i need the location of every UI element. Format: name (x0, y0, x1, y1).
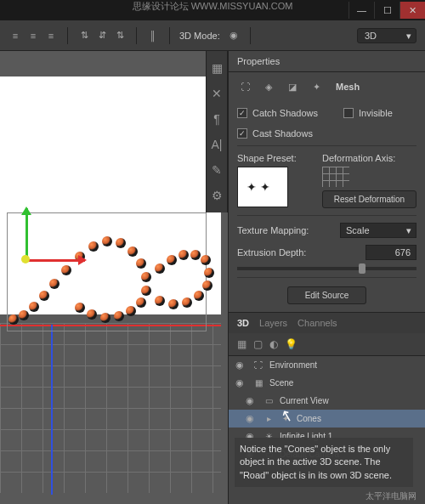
texture-mapping-label: Texture Mapping: (237, 225, 309, 235)
environment-icon: ⛶ (252, 360, 264, 370)
visibility-icon[interactable]: ◉ (246, 413, 258, 424)
tab-3d[interactable]: 3D (237, 318, 249, 328)
filter-scene-icon[interactable]: ▦ (237, 338, 246, 350)
distribute-spacing-icon[interactable]: ║ (146, 29, 160, 42)
visibility-icon[interactable]: ◉ (246, 395, 258, 406)
options-bar: ≡ ≡ ≡ ⇅ ⇵ ⇅ ║ 3D Mode: ◉ 3D (0, 20, 425, 51)
viewport[interactable] (0, 51, 228, 504)
distribute-icon-3[interactable]: ⇅ (113, 29, 127, 42)
invisible-checkbox[interactable] (343, 108, 354, 118)
filter-row: ▦ ▢ ◐ 💡 (229, 333, 425, 356)
ground-plane-grid (0, 323, 221, 493)
extrusion-depth-field[interactable]: 676 (366, 245, 416, 260)
watermark-bottom: 太平洋电脑网 (366, 490, 416, 502)
extrusion-depth-slider[interactable] (237, 267, 416, 270)
deformation-axis-grid[interactable] (322, 167, 349, 187)
properties-panel: ⛶ ◈ ◪ ✦ Mesh Catch Shadows Invisible Cas… (229, 72, 425, 312)
text-icon[interactable]: A| (212, 138, 223, 151)
align-right-icon[interactable]: ≡ (44, 29, 58, 42)
distribute-icon-1[interactable]: ⇅ (77, 29, 91, 42)
mesh-label: Mesh (336, 82, 360, 92)
visibility-icon[interactable]: ◉ (235, 360, 247, 371)
mode-dropdown[interactable]: 3D (357, 28, 416, 43)
layer-label: Scene (269, 378, 293, 388)
cast-shadows-checkbox[interactable] (237, 128, 247, 139)
annotation-text: Notice the "Cones" object is the only ob… (235, 438, 413, 487)
gizmo-y-axis[interactable] (26, 208, 28, 259)
swatches-icon[interactable]: ▦ (212, 61, 223, 75)
cap-icon[interactable]: ◪ (285, 79, 300, 94)
extrusion-depth-label: Extrusion Depth: (237, 247, 306, 258)
layer-label: Current View (280, 396, 329, 405)
gizmo-center[interactable] (21, 255, 30, 263)
puppet-icon[interactable]: ⚙ (212, 189, 223, 202)
tab-channels[interactable]: Channels (298, 318, 337, 328)
layer-label: Environment (269, 360, 317, 370)
expand-arrow-icon[interactable]: ▸ (263, 414, 275, 423)
tab-layers[interactable]: Layers (259, 318, 287, 328)
layer-current-view[interactable]: ◉ ▭ Current View (229, 392, 425, 410)
deform-icon[interactable]: ◈ (261, 79, 276, 94)
mode-label: 3D Mode: (179, 31, 220, 41)
align-left-icon[interactable]: ≡ (8, 29, 22, 42)
layer-cones[interactable]: ◉ ▸ ✦ Cones (229, 410, 425, 428)
watermark-top: 思缘设计论坛 WWW.MISSYUAN.COM (0, 0, 425, 13)
mode-preview-icon[interactable]: ◉ (227, 29, 241, 42)
distribute-icon-2[interactable]: ⇵ (95, 29, 109, 42)
catch-shadows-checkbox[interactable] (237, 108, 247, 118)
cast-shadows-label: Cast Shadows (252, 128, 313, 139)
deformation-axis-label: Deformation Axis: (322, 153, 416, 163)
filter-light-icon[interactable]: 💡 (285, 338, 298, 350)
visibility-icon[interactable]: ◉ (235, 377, 247, 388)
z-axis-line (51, 325, 53, 495)
layer-environment[interactable]: ◉ ⛶ Environment (229, 356, 425, 374)
reset-deformation-button[interactable]: Reset Deformation (322, 190, 416, 208)
shape-preset-thumbnail[interactable] (237, 167, 288, 207)
edit-source-button[interactable]: Edit Source (287, 286, 367, 304)
catch-shadows-label: Catch Shadows (252, 108, 318, 118)
cones-object[interactable] (0, 221, 217, 340)
invisible-label: Invisible (359, 108, 393, 118)
align-center-icon[interactable]: ≡ (26, 29, 40, 42)
texture-mapping-dropdown[interactable]: Scale (340, 223, 416, 238)
layer-scene[interactable]: ◉ ▦ Scene (229, 374, 425, 392)
coords-icon[interactable]: ✦ (309, 79, 324, 94)
filter-material-icon[interactable]: ◐ (269, 338, 278, 350)
vertical-tool-strip: ▦ ✕ ¶ A| ✎ ⚙ (206, 51, 228, 212)
tool-icon-2[interactable]: ✕ (212, 87, 222, 100)
camera-icon: ▭ (263, 396, 275, 405)
scene-icon: ▦ (252, 378, 264, 388)
filter-mesh-icon[interactable]: ▢ (253, 338, 263, 350)
gizmo-x-axis[interactable] (26, 259, 85, 262)
layer-label: Cones (297, 414, 321, 423)
brush-icon[interactable]: ✎ (212, 163, 222, 177)
shape-preset-label: Shape Preset: (237, 153, 314, 163)
paragraph-icon[interactable]: ¶ (213, 112, 220, 126)
properties-tab[interactable]: Properties (229, 51, 425, 72)
mesh-icon[interactable]: ⛶ (237, 79, 252, 94)
